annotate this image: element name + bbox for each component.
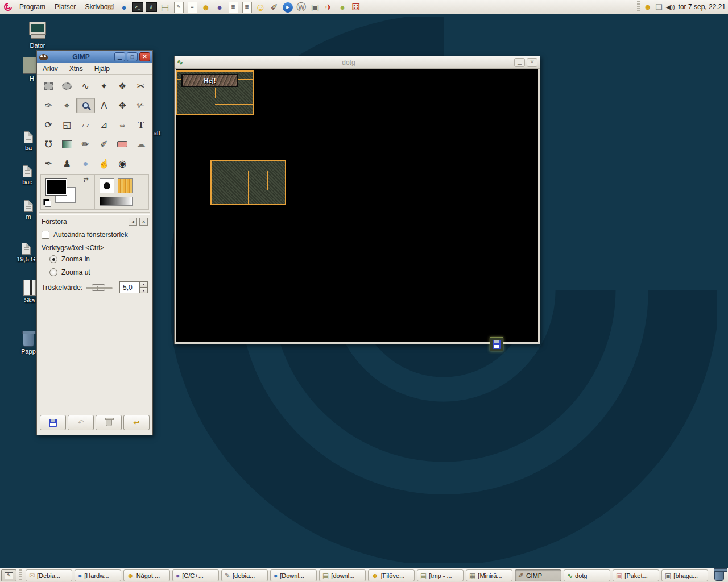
tool-gradient[interactable] xyxy=(58,136,77,152)
tool-text[interactable]: T xyxy=(132,117,151,132)
tool-dodge-burn[interactable]: ◉ xyxy=(113,156,132,171)
brush-indicator[interactable] xyxy=(100,178,114,193)
tool-shear[interactable]: ▱ xyxy=(76,117,95,132)
task-gimp[interactable]: ✐GIMP xyxy=(515,569,561,581)
tool-flip[interactable]: ⇔ xyxy=(113,117,132,132)
tool-bucket-fill[interactable]: ℧ xyxy=(39,136,58,152)
task-downl-2[interactable]: ▤[downl... xyxy=(319,569,366,581)
task-dotg[interactable]: ∿dotg xyxy=(564,569,610,581)
volume-icon[interactable]: ◀)) xyxy=(666,4,675,10)
tool-ellipse-select[interactable] xyxy=(58,78,77,94)
tool-clone[interactable]: ♟ xyxy=(58,156,77,171)
minimize-button[interactable]: ▁ xyxy=(114,52,125,61)
web-doc-icon-1[interactable]: ≣ xyxy=(227,1,239,14)
task-nagot[interactable]: ☻Något ... xyxy=(123,569,170,581)
tool-pencil[interactable]: ✏ xyxy=(76,136,95,152)
smiley-icon[interactable]: ☺ xyxy=(254,1,267,14)
desktop-icon-dator[interactable]: Dator xyxy=(22,22,53,49)
maximize-button[interactable]: □ xyxy=(127,52,138,61)
threshold-value[interactable]: 5,0 xyxy=(119,281,140,293)
task-paket[interactable]: ▣[Paket... xyxy=(613,569,659,581)
minimize-button[interactable]: ▁ xyxy=(514,58,525,67)
image-canvas[interactable]: Hej! xyxy=(176,69,538,342)
trash-applet[interactable] xyxy=(712,569,726,581)
tool-eraser[interactable] xyxy=(113,136,132,152)
terminal-icon[interactable]: >_ xyxy=(131,1,144,14)
delete-options-button[interactable] xyxy=(96,415,122,430)
save-options-button[interactable] xyxy=(40,415,66,430)
task-tmp[interactable]: ▤[tmp - ... xyxy=(417,569,464,581)
tool-scissors[interactable]: ✂ xyxy=(132,78,151,94)
user-icon[interactable]: ☻ xyxy=(200,1,212,14)
purple-ball-icon[interactable]: ● xyxy=(213,1,226,14)
debian-logo-icon[interactable] xyxy=(3,2,13,11)
dual-monitors-icon[interactable]: ❏ xyxy=(655,3,663,11)
tray-separator[interactable] xyxy=(637,1,640,13)
task-minirak[interactable]: ▦[Minirä... xyxy=(466,569,512,581)
menu-arkiv[interactable]: Arkiv xyxy=(37,65,64,73)
zoom-in-radio[interactable] xyxy=(49,255,57,263)
task-bhaga[interactable]: ▣[bhaga... xyxy=(661,569,708,581)
tool-paintbrush[interactable]: ✐ xyxy=(95,136,114,152)
gimp-titlebar[interactable]: GIMP ▁ □ ✕ xyxy=(37,51,152,63)
web-doc-icon-2[interactable]: ≣ xyxy=(241,1,253,14)
tool-crop[interactable]: ✃ xyxy=(132,98,151,113)
tool-smudge[interactable]: ☝ xyxy=(95,156,114,171)
tool-rotate[interactable]: ⟳ xyxy=(39,117,58,132)
slider-handle[interactable] xyxy=(92,284,105,291)
tool-color-picker[interactable]: ⌖ xyxy=(58,98,77,113)
close-dock-icon[interactable]: ✕ xyxy=(139,218,148,226)
desktop-icon-bac[interactable]: bac xyxy=(16,165,39,185)
dice-icon[interactable]: ⚃ xyxy=(350,1,362,14)
menu-hjalp[interactable]: Hjälp xyxy=(89,65,115,73)
tool-ink[interactable]: ✒ xyxy=(39,156,58,171)
menu-platser[interactable]: Platser xyxy=(50,0,80,14)
gimp-icon[interactable]: ✐ xyxy=(268,1,280,14)
display-icon[interactable]: ▣ xyxy=(309,1,321,14)
tool-free-select[interactable]: ∿ xyxy=(76,78,95,94)
reset-options-button[interactable]: ↩ xyxy=(123,415,150,430)
close-button[interactable]: ✕ xyxy=(139,52,150,61)
clock[interactable]: tor 7 sep, 22.21 xyxy=(679,3,726,11)
tool-scale[interactable]: ◱ xyxy=(58,117,77,132)
image-window-titlebar[interactable]: ∿ dotg ▁ ✕ xyxy=(175,56,540,69)
media-player-icon[interactable]: ▶ xyxy=(282,1,294,14)
pattern-indicator[interactable] xyxy=(118,178,133,193)
tool-magnify[interactable] xyxy=(76,98,95,113)
fg-bg-colors[interactable]: ⇄ xyxy=(41,175,95,209)
tool-paths[interactable]: ✑ xyxy=(39,98,58,113)
gradient-indicator[interactable] xyxy=(100,197,133,206)
threshold-slider[interactable] xyxy=(86,284,113,292)
close-button[interactable]: ✕ xyxy=(527,58,537,67)
tasklist-handle[interactable] xyxy=(19,569,22,581)
writer-icon[interactable]: Ⓦ xyxy=(295,1,308,14)
spin-down-icon[interactable]: ▼ xyxy=(140,288,148,294)
tool-perspective[interactable]: ⊿ xyxy=(95,117,114,132)
swap-colors-icon[interactable]: ⇄ xyxy=(83,176,88,184)
sticky-notes-icon[interactable]: ☻ xyxy=(644,3,652,11)
zoom-out-radio[interactable] xyxy=(49,268,57,276)
task-debia-2[interactable]: ✎[debia... xyxy=(221,569,268,581)
task-c-cpp[interactable]: ●[C/C+... xyxy=(172,569,219,581)
detach-arrow-icon[interactable]: ◄ xyxy=(129,218,137,226)
default-colors-icon[interactable] xyxy=(43,199,51,207)
text-editor-icon[interactable]: ✎ xyxy=(172,1,185,14)
auto-resize-checkbox[interactable] xyxy=(42,231,49,239)
task-filove[interactable]: ☻[Filöve... xyxy=(368,569,415,581)
tool-rect-select[interactable] xyxy=(39,78,58,94)
tool-measure[interactable]: Λ xyxy=(95,98,114,113)
foreground-color-swatch[interactable] xyxy=(46,179,67,195)
tool-fuzzy-select[interactable]: ✦ xyxy=(95,78,114,94)
task-debia[interactable]: ✉[Debia... xyxy=(26,569,72,581)
task-downl[interactable]: ●[Downl... xyxy=(270,569,317,581)
show-desktop-button[interactable]: ✎ xyxy=(1,569,16,581)
tool-airbrush[interactable]: ☁ xyxy=(132,136,151,152)
menu-program[interactable]: Program xyxy=(15,0,50,14)
tool-move[interactable]: ✥ xyxy=(113,98,132,113)
menu-xtns[interactable]: Xtns xyxy=(64,65,89,73)
apple-icon[interactable]: ● xyxy=(336,1,349,14)
flight-icon[interactable]: ✈ xyxy=(322,1,335,14)
document-icon[interactable]: ≡ xyxy=(186,1,198,14)
root-terminal-icon[interactable]: # xyxy=(145,1,158,14)
task-hardw[interactable]: ●[Hardw... xyxy=(75,569,121,581)
